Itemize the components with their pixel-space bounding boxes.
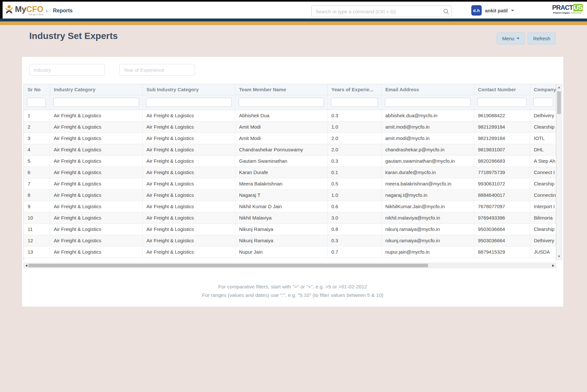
table-cell: 7718975739 bbox=[474, 167, 530, 178]
column-header[interactable]: Contact Number bbox=[474, 84, 530, 95]
vertical-scroll-thumb[interactable] bbox=[557, 91, 561, 114]
table-row[interactable]: 9Air Freight & LogisticsAir Freight & Lo… bbox=[24, 201, 556, 212]
table-row[interactable]: 4Air Freight & LogisticsAir Freight & Lo… bbox=[24, 144, 556, 155]
column-filter-input[interactable] bbox=[331, 98, 378, 107]
triangle-left-icon bbox=[25, 264, 27, 267]
menu-button[interactable]: Menu bbox=[497, 32, 525, 44]
table-row[interactable]: 13Air Freight & LogisticsAir Freight & L… bbox=[24, 246, 556, 258]
table-cell: Air Freight & Logistics bbox=[142, 201, 235, 212]
table-cell: Air Freight & Logistics bbox=[50, 110, 142, 121]
scroll-down-arrow[interactable] bbox=[556, 254, 562, 259]
screen-left-edge bbox=[0, 2, 3, 19]
table-cell: 0.5 bbox=[327, 178, 381, 189]
refresh-button[interactable]: Refresh bbox=[528, 32, 556, 44]
column-filter-input[interactable] bbox=[27, 98, 46, 107]
table-row[interactable]: 3Air Freight & LogisticsAir Freight & Lo… bbox=[24, 133, 556, 144]
table-cell: Air Freight & Logistics bbox=[50, 121, 142, 133]
horizontal-scrollbar[interactable] bbox=[23, 263, 556, 268]
table-cell: Air Freight & Logistics bbox=[142, 121, 235, 133]
column-filter-input[interactable] bbox=[146, 98, 232, 107]
column-filter-input[interactable] bbox=[477, 98, 527, 107]
table-cell: 1.0 bbox=[327, 121, 381, 133]
column-header[interactable]: Sub Industry Category bbox=[142, 84, 235, 95]
table-cell: Bilimoria bbox=[530, 212, 556, 223]
table-cell: 3.0 bbox=[327, 212, 381, 223]
mycfo-logo-icon bbox=[5, 4, 14, 16]
table-cell: Air Freight & Logistics bbox=[142, 144, 235, 155]
table-cell: 0.8 bbox=[327, 223, 381, 235]
column-header[interactable]: Sr No bbox=[24, 84, 50, 95]
table-cell: Air Freight & Logistics bbox=[50, 223, 142, 235]
table-cell: 13 bbox=[24, 246, 50, 258]
user-menu[interactable]: d.h ankit patil bbox=[471, 5, 514, 16]
table-cell: Air Freight & Logistics bbox=[142, 246, 235, 258]
table-cell: Air Freight & Logistics bbox=[50, 133, 142, 144]
column-filter-input[interactable] bbox=[239, 98, 324, 107]
table-cell: 11 bbox=[24, 223, 50, 235]
table-row[interactable]: 7Air Freight & LogisticsAir Freight & Lo… bbox=[24, 178, 556, 189]
table-row[interactable]: 5Air Freight & LogisticsAir Freight & Lo… bbox=[24, 155, 556, 167]
filter-cell bbox=[381, 95, 474, 110]
horizontal-scroll-thumb[interactable] bbox=[28, 264, 428, 267]
column-filter-input[interactable] bbox=[53, 98, 139, 107]
table-cell: abhishek.dua@mycfo.in bbox=[381, 110, 474, 121]
filter-cell bbox=[50, 95, 142, 110]
table-cell: 6 bbox=[24, 167, 50, 178]
table-cell: gautam.swaminathan@mycfo.in bbox=[381, 155, 474, 167]
filter-cell bbox=[327, 95, 381, 110]
practus-tagline-2: Delivered. bbox=[571, 12, 582, 14]
table-row[interactable]: 6Air Freight & LogisticsAir Freight & Lo… bbox=[24, 167, 556, 178]
table-row[interactable]: 12Air Freight & LogisticsAir Freight & L… bbox=[24, 235, 556, 246]
table-cell: DHL bbox=[530, 144, 556, 155]
table-cell: Air Freight & Logistics bbox=[50, 178, 142, 189]
experience-filter-input[interactable] bbox=[119, 64, 195, 76]
table-cell: Karan Durafe bbox=[235, 167, 327, 178]
table-row[interactable]: 11Air Freight & LogisticsAir Freight & L… bbox=[24, 223, 556, 235]
industry-filter-input[interactable] bbox=[29, 64, 105, 76]
top-filter-bar bbox=[29, 64, 195, 76]
table-row[interactable]: 8Air Freight & LogisticsAir Freight & Lo… bbox=[24, 189, 556, 201]
search-icon[interactable] bbox=[440, 8, 451, 15]
table-row[interactable]: 1Air Freight & LogisticsAir Freight & Lo… bbox=[24, 110, 556, 121]
table-cell: Nupur Jain bbox=[235, 246, 327, 258]
table-cell: Air Freight & Logistics bbox=[142, 235, 235, 246]
experts-table: Sr NoIndustry CategorySub Industry Categ… bbox=[24, 84, 556, 258]
table-cell: Nikhil Malaviya bbox=[235, 212, 327, 223]
practus-tagline-1: Finance Impact. bbox=[553, 12, 570, 14]
search-input[interactable] bbox=[312, 9, 440, 14]
table-cell: 10 bbox=[24, 212, 50, 223]
table-cell: Clearship bbox=[530, 121, 556, 133]
column-header[interactable]: Company bbox=[530, 84, 556, 95]
column-header[interactable]: Team Member Name bbox=[235, 84, 327, 95]
scroll-right-arrow[interactable] bbox=[551, 263, 556, 268]
table-cell: amit.modi@mycfo.in bbox=[381, 121, 474, 133]
navy-divider-bar bbox=[0, 19, 587, 21]
table-cell: Gautam Swaminathan bbox=[235, 155, 327, 167]
scroll-up-arrow[interactable] bbox=[556, 85, 562, 90]
user-avatar: d.h bbox=[471, 5, 482, 16]
table-cell: 9503036664 bbox=[474, 235, 530, 246]
vertical-scrollbar[interactable] bbox=[556, 84, 562, 260]
table-cell: Abhishek Dua bbox=[235, 110, 327, 121]
table-cell: 3 bbox=[24, 133, 50, 144]
column-header[interactable]: Email Address bbox=[381, 84, 474, 95]
mycfo-logo: MyCFO We get it done bbox=[5, 4, 44, 16]
column-filter-input[interactable] bbox=[533, 98, 553, 107]
filter-help-line-2: For ranges (values and dates) use ":", e… bbox=[22, 291, 563, 299]
table-row[interactable]: 2Air Freight & LogisticsAir Freight & Lo… bbox=[24, 121, 556, 133]
column-filter-input[interactable] bbox=[385, 98, 471, 107]
table-cell: Air Freight & Logistics bbox=[50, 189, 142, 201]
data-grid: Sr NoIndustry CategorySub Industry Categ… bbox=[23, 84, 562, 260]
breadcrumb-reports[interactable]: Reports bbox=[53, 8, 72, 14]
table-cell: NikhilKumar.Jain@mycfo.in bbox=[381, 201, 474, 212]
practus-logo: PRACT US Finance Impact. Delivered. bbox=[553, 4, 582, 14]
table-cell: Nagaraj T bbox=[235, 189, 327, 201]
table-cell: 0.3 bbox=[327, 110, 381, 121]
table-cell: 9821289184 bbox=[474, 121, 530, 133]
table-row[interactable]: 10Air Freight & LogisticsAir Freight & L… bbox=[24, 212, 556, 223]
table-cell: Air Freight & Logistics bbox=[142, 155, 235, 167]
column-header[interactable]: Years of Experie... bbox=[327, 84, 381, 95]
column-header[interactable]: Industry Category bbox=[50, 84, 142, 95]
table-cell: Nikunj Ramaiya bbox=[235, 223, 327, 235]
logo-tagline: We get it done bbox=[15, 13, 44, 16]
